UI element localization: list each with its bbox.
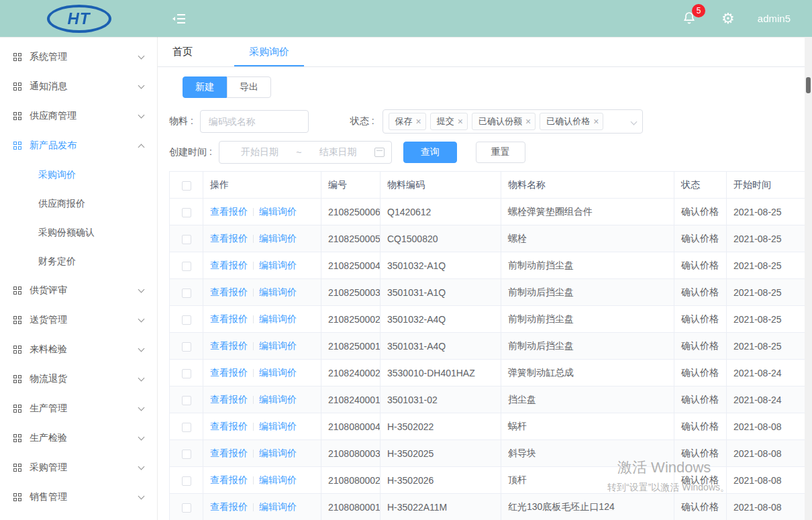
- company-logo: HT: [47, 5, 111, 33]
- view-quote-link[interactable]: 查看报价: [210, 367, 248, 378]
- cell-material-name: 前制动后挡尘盘: [501, 333, 674, 360]
- sidebar-menu-item[interactable]: 生产检验: [0, 423, 157, 453]
- link-divider: [253, 423, 254, 431]
- column-header: 操作: [203, 172, 321, 199]
- tab[interactable]: 首页: [158, 37, 207, 66]
- sidebar-submenu-item[interactable]: 财务定价: [0, 247, 157, 276]
- cell-status: 确认价格: [674, 225, 727, 252]
- row-checkbox[interactable]: [182, 503, 191, 513]
- edit-inquiry-link[interactable]: 编辑询价: [259, 233, 297, 244]
- cell-serial-number: 2108250001: [321, 333, 380, 360]
- row-checkbox[interactable]: [182, 289, 191, 298]
- view-quote-link[interactable]: 查看报价: [210, 260, 248, 270]
- view-quote-link[interactable]: 查看报价: [210, 421, 248, 431]
- edit-inquiry-link[interactable]: 编辑询价: [259, 421, 297, 431]
- status-tag: 已确认份额 ×: [472, 113, 536, 130]
- edit-inquiry-link[interactable]: 编辑询价: [259, 448, 297, 458]
- inquiry-table: 操作编号物料编码物料名称状态开始时间 查看报价编辑询价 2108250006 Q…: [169, 171, 812, 520]
- sidebar-menu-item[interactable]: 新产品发布: [0, 131, 157, 160]
- link-divider: [253, 289, 254, 297]
- notification-bell-icon[interactable]: 5: [681, 9, 699, 28]
- table-row: 查看报价编辑询价 2108080004 H-3502022 蜗杆 确认价格 20…: [170, 413, 812, 440]
- tag-close-icon[interactable]: ×: [416, 117, 421, 126]
- filter-panel: 物料 : 状态 : 保存 × 提交 × 已确认份额 × 已确认价格 × 创建时间…: [169, 109, 812, 164]
- cell-start-date: 2021-08-08: [727, 413, 812, 440]
- edit-inquiry-link[interactable]: 编辑询价: [259, 474, 297, 485]
- chevron-down-icon: [138, 316, 145, 323]
- table-row: 查看报价编辑询价 2108250001 3501031-A4Q 前制动后挡尘盘 …: [170, 333, 812, 360]
- sidebar-submenu-item[interactable]: 供应商报价: [0, 189, 157, 218]
- cell-start-date: 2021-08-25: [727, 279, 812, 306]
- row-checkbox[interactable]: [182, 315, 191, 325]
- row-checkbox[interactable]: [182, 369, 191, 378]
- cell-start-date: 2021-08-08: [727, 494, 812, 520]
- tag-close-icon[interactable]: ×: [593, 117, 599, 126]
- view-quote-link[interactable]: 查看报价: [210, 206, 248, 217]
- cell-serial-number: 2108080001: [321, 494, 380, 520]
- edit-inquiry-link[interactable]: 编辑询价: [259, 501, 297, 512]
- row-checkbox[interactable]: [182, 396, 191, 405]
- search-button[interactable]: 查询: [403, 142, 457, 163]
- sidebar-menu-item[interactable]: 销售管理: [0, 482, 157, 512]
- chevron-down-icon: [138, 346, 145, 352]
- view-quote-link[interactable]: 查看报价: [210, 287, 248, 297]
- view-quote-link[interactable]: 查看报价: [210, 394, 248, 405]
- sidebar-submenu-item[interactable]: 采购询价: [0, 160, 157, 189]
- new-button[interactable]: 新建: [183, 76, 227, 98]
- row-checkbox[interactable]: [182, 262, 191, 271]
- sidebar-menu-item[interactable]: 物流退货: [0, 364, 157, 394]
- edit-inquiry-link[interactable]: 编辑询价: [259, 313, 297, 324]
- chevron-down-icon: [138, 405, 145, 411]
- row-checkbox[interactable]: [182, 476, 191, 486]
- view-quote-link[interactable]: 查看报价: [210, 340, 248, 351]
- edit-inquiry-link[interactable]: 编辑询价: [259, 367, 297, 378]
- status-tag: 保存 ×: [389, 113, 426, 130]
- grid-menu-icon: [13, 493, 21, 501]
- view-quote-link[interactable]: 查看报价: [210, 448, 248, 458]
- current-user[interactable]: admin5: [758, 13, 791, 24]
- cell-start-date: 2021-08-25: [727, 199, 812, 225]
- edit-inquiry-link[interactable]: 编辑询价: [259, 340, 297, 351]
- scrollbar-thumb[interactable]: [806, 77, 811, 93]
- edit-inquiry-link[interactable]: 编辑询价: [259, 206, 297, 217]
- tab[interactable]: 采购询价: [234, 37, 304, 66]
- sidebar-menu-item[interactable]: 供应商管理: [0, 101, 157, 131]
- view-quote-link[interactable]: 查看报价: [210, 474, 248, 485]
- column-header: 编号: [321, 172, 380, 199]
- tag-close-icon[interactable]: ×: [525, 117, 531, 126]
- sidebar: 系统管理 通知消息 供应商管理 新产品发布 采购询价 供应商报价 采购份额确认 …: [0, 37, 158, 520]
- row-checkbox[interactable]: [182, 208, 191, 217]
- edit-inquiry-link[interactable]: 编辑询价: [259, 260, 297, 270]
- sidebar-menu-item[interactable]: 供货评审: [0, 276, 157, 305]
- column-header: 物料编码: [380, 172, 501, 199]
- sidebar-menu-item[interactable]: 通知消息: [0, 72, 157, 101]
- row-checkbox[interactable]: [182, 342, 191, 352]
- material-input[interactable]: [200, 110, 309, 133]
- sidebar-collapse-icon[interactable]: [170, 9, 189, 28]
- edit-inquiry-link[interactable]: 编辑询价: [259, 287, 297, 297]
- sidebar-submenu-item[interactable]: 采购份额确认: [0, 218, 157, 247]
- date-range-picker[interactable]: 开始日期 ~ 结束日期: [219, 141, 392, 164]
- select-all-checkbox[interactable]: [182, 181, 191, 191]
- status-multiselect[interactable]: 保存 × 提交 × 已确认份额 × 已确认价格 ×: [383, 109, 643, 134]
- row-checkbox[interactable]: [182, 235, 191, 244]
- tag-close-icon[interactable]: ×: [458, 117, 463, 126]
- view-quote-link[interactable]: 查看报价: [210, 313, 248, 324]
- row-checkbox[interactable]: [182, 450, 191, 459]
- view-quote-link[interactable]: 查看报价: [210, 501, 248, 512]
- view-quote-link[interactable]: 查看报价: [210, 233, 248, 244]
- sidebar-menu-item[interactable]: 生产管理: [0, 394, 157, 423]
- edit-inquiry-link[interactable]: 编辑询价: [259, 394, 297, 405]
- sidebar-menu-item[interactable]: 系统管理: [0, 42, 157, 72]
- sidebar-submenu-label: 采购份额确认: [38, 227, 95, 238]
- row-checkbox[interactable]: [182, 423, 191, 432]
- export-button[interactable]: 导出: [227, 76, 271, 98]
- sidebar-menu-item[interactable]: 来料检验: [0, 335, 157, 364]
- settings-gear-icon[interactable]: ⚙: [721, 11, 735, 26]
- sidebar-menu-item[interactable]: 送货管理: [0, 305, 157, 335]
- link-divider: [253, 315, 254, 323]
- sidebar-menu-item[interactable]: 采购管理: [0, 453, 157, 482]
- reset-button[interactable]: 重置: [476, 142, 525, 163]
- vertical-scrollbar[interactable]: [805, 37, 812, 520]
- cell-start-date: 2021-08-08: [727, 440, 812, 467]
